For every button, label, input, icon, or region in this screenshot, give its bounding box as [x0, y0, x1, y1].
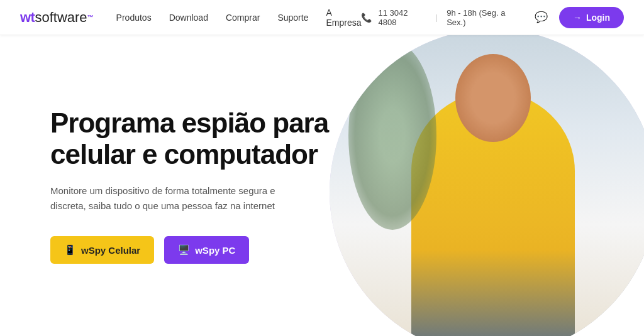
nav-comprar[interactable]: Comprar: [226, 13, 260, 23]
hero-title: Programa espião para celular e computado…: [50, 107, 352, 170]
header: wtsoftware™ Produtos Download Comprar Su…: [0, 0, 644, 35]
wspy-celular-label: wSpy Celular: [81, 245, 140, 256]
wspy-pc-label: wSpy PC: [195, 245, 235, 256]
mobile-icon: 📱: [64, 244, 76, 256]
nav-download[interactable]: Download: [169, 13, 208, 23]
hero-subtitle: Monitore um dispositivo de forma totalme…: [50, 183, 277, 214]
hero-image: [330, 35, 644, 336]
nav-empresa[interactable]: A Empresa: [326, 8, 361, 28]
wspy-celular-button[interactable]: 📱 wSpy Celular: [50, 236, 154, 264]
hero-foliage: [348, 41, 436, 230]
whatsapp-icon[interactable]: 💬: [535, 11, 548, 24]
logo-wt: wt: [20, 9, 35, 26]
monitor-icon: 🖥️: [178, 244, 190, 256]
phone-icon: 📞: [361, 13, 372, 23]
logo-software: software: [35, 9, 87, 26]
nav-produtos[interactable]: Produtos: [116, 13, 152, 23]
logo-tm: ™: [87, 14, 94, 21]
divider: |: [436, 13, 438, 22]
login-label: Login: [586, 13, 610, 23]
hero-content: Programa espião para celular e computado…: [50, 107, 352, 264]
wspy-pc-button[interactable]: 🖥️ wSpy PC: [164, 236, 249, 264]
phone-number: 11 3042 4808: [378, 8, 426, 27]
contact-info: 📞 11 3042 4808 | 9h - 18h (Seg. a Sex.) …: [361, 8, 547, 27]
login-button[interactable]: → Login: [559, 7, 624, 28]
hero-person-image: [330, 35, 644, 336]
login-icon: →: [573, 13, 582, 23]
nav-suporte[interactable]: Suporte: [277, 13, 308, 23]
business-hours: 9h - 18h (Seg. a Sex.): [447, 8, 525, 27]
hero-buttons: 📱 wSpy Celular 🖥️ wSpy PC: [50, 236, 352, 264]
hero-section: Programa espião para celular e computado…: [0, 35, 644, 336]
logo[interactable]: wtsoftware™: [20, 9, 94, 26]
main-nav: Produtos Download Comprar Suporte A Empr…: [116, 8, 362, 28]
